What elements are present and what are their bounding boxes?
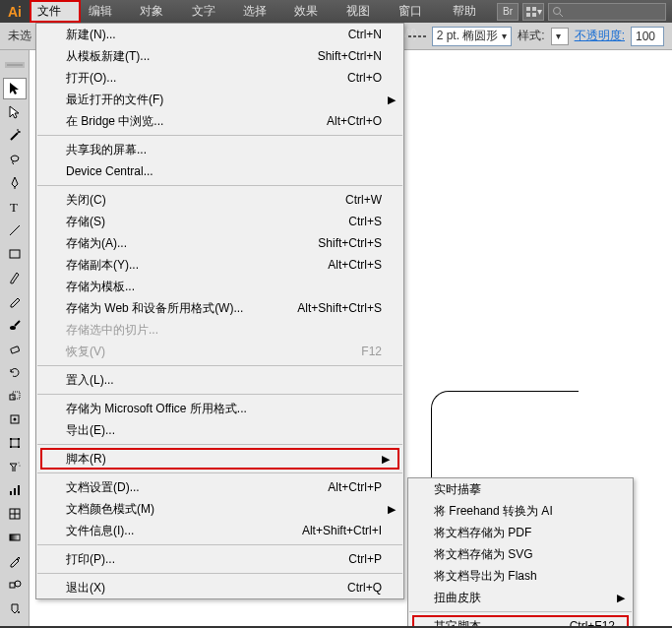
menu-item-label: 存储为(A)... — [66, 235, 127, 252]
opacity-field[interactable]: 100 — [631, 27, 664, 46]
script-submenu-item-4[interactable]: 将文档导出为 Flash — [408, 565, 633, 587]
menu-item-label: 从模板新建(T)... — [66, 48, 150, 65]
magic-wand-tool[interactable] — [3, 125, 27, 147]
file-menu-item-27[interactable]: 文件信息(I)...Alt+Shift+Ctrl+I — [36, 520, 403, 541]
svg-point-28 — [18, 463, 19, 464]
file-menu-item-3[interactable]: 最近打开的文件(F)▶ — [36, 89, 403, 110]
menu-object[interactable]: 对象(O) — [132, 0, 185, 23]
script-submenu-item-1[interactable]: 将 Freehand 转换为 AI — [408, 500, 633, 522]
menu-item-label: 导出(E)... — [66, 422, 115, 439]
menu-help[interactable]: 帮助(H) — [445, 0, 497, 23]
stroke-profile-field[interactable]: 2 pt. 椭圆形 — [432, 27, 513, 46]
line-tool[interactable] — [3, 220, 27, 241]
script-submenu-item-5[interactable]: 扭曲皮肤▶ — [408, 587, 633, 608]
mesh-tool[interactable] — [3, 503, 27, 525]
pen-tool[interactable] — [3, 172, 27, 194]
menu-window[interactable]: 窗口(W) — [391, 0, 445, 23]
file-menu-item-1[interactable]: 从模板新建(T)...Shift+Ctrl+N — [36, 45, 403, 67]
menu-item-label: 存储为 Web 和设备所用格式(W)... — [66, 300, 243, 317]
file-menu-item-2[interactable]: 打开(O)...Ctrl+O — [36, 67, 403, 89]
menu-item-shortcut: Alt+Ctrl+P — [328, 480, 382, 494]
menu-text[interactable]: 文字(T) — [184, 0, 235, 23]
menu-edit[interactable]: 编辑(E) — [81, 0, 132, 23]
menu-item-shortcut: Alt+Shift+Ctrl+S — [297, 301, 382, 315]
file-menu-item-0[interactable]: 新建(N)...Ctrl+N — [36, 24, 403, 45]
menu-view[interactable]: 视图(V) — [338, 0, 390, 23]
pencil-tool[interactable] — [3, 290, 27, 312]
file-menu-item-31[interactable]: 退出(X)Ctrl+Q — [36, 577, 403, 598]
file-menu-item-6[interactable]: 共享我的屏幕... — [36, 139, 403, 160]
paintbrush-tool[interactable] — [3, 267, 27, 288]
scale-tool[interactable] — [3, 385, 27, 407]
warp-tool[interactable] — [3, 408, 27, 430]
menu-item-label: 打印(P)... — [66, 551, 115, 568]
script-submenu-item-3[interactable]: 将文档存储为 SVG — [408, 543, 633, 565]
menu-item-shortcut: Alt+Shift+Ctrl+I — [302, 524, 382, 537]
menu-item-shortcut: Ctrl+O — [347, 71, 382, 85]
file-menu-item-21[interactable]: 导出(E)... — [36, 419, 403, 441]
menu-item-shortcut: Ctrl+P — [348, 552, 382, 566]
file-menu-item-16: 恢复(V)F12 — [36, 341, 403, 362]
file-menu-item-11[interactable]: 存储为(A)...Shift+Ctrl+S — [36, 232, 403, 254]
graphic-style-swatch[interactable] — [551, 28, 569, 45]
menu-item-shortcut: Alt+Ctrl+S — [328, 258, 382, 272]
opacity-label[interactable]: 不透明度: — [575, 28, 625, 44]
type-tool[interactable]: T — [3, 196, 27, 218]
rotate-tool[interactable] — [3, 361, 27, 383]
svg-point-22 — [13, 418, 16, 421]
svg-rect-1 — [532, 7, 536, 11]
gradient-tool[interactable] — [3, 527, 27, 548]
live-paint-tool[interactable] — [3, 597, 27, 619]
svg-rect-26 — [10, 446, 12, 448]
menu-item-label: 新建(N)... — [66, 27, 116, 43]
file-menu-item-20[interactable]: 存储为 Microsoft Office 所用格式... — [36, 398, 403, 419]
file-menu-item-18[interactable]: 置入(L)... — [36, 369, 403, 391]
menu-item-label: 扭曲皮肤 — [434, 590, 481, 606]
menu-item-label: 脚本(R) — [66, 451, 106, 468]
script-submenu-item-0[interactable]: 实时描摹 — [408, 478, 633, 500]
menu-item-shortcut: Ctrl+Q — [347, 581, 382, 595]
bridge-button[interactable]: Br — [497, 3, 519, 21]
blob-brush-tool[interactable] — [3, 314, 27, 336]
menu-item-label: 将文档存储为 PDF — [434, 525, 531, 541]
file-menu-item-25[interactable]: 文档设置(D)...Alt+Ctrl+P — [36, 476, 403, 498]
app-logo: Ai — [0, 0, 30, 23]
script-submenu-item-2[interactable]: 将文档存储为 PDF — [408, 522, 633, 543]
app-header: Ai 文件(F) 编辑(E) 对象(O) 文字(T) 选择(S) 效果(C) 视… — [0, 0, 672, 23]
file-menu-item-15: 存储选中的切片... — [36, 319, 403, 341]
symbol-sprayer-tool[interactable] — [3, 456, 27, 477]
svg-rect-15 — [10, 250, 20, 258]
direct-selection-tool[interactable] — [3, 101, 27, 123]
blend-tool[interactable] — [3, 574, 27, 596]
file-menu-item-9[interactable]: 关闭(C)Ctrl+W — [36, 189, 403, 211]
file-menu-item-14[interactable]: 存储为 Web 和设备所用格式(W)...Alt+Shift+Ctrl+S — [36, 297, 403, 319]
tool-tab-handle[interactable] — [3, 54, 27, 76]
file-menu-item-7[interactable]: Device Central... — [36, 160, 403, 182]
file-menu-item-23[interactable]: 脚本(R)▶ — [40, 448, 399, 470]
file-menu-item-12[interactable]: 存储副本(Y)...Alt+Ctrl+S — [36, 254, 403, 276]
file-menu-item-13[interactable]: 存储为模板... — [36, 276, 403, 297]
menu-effect[interactable]: 效果(C) — [286, 0, 338, 23]
file-menu-item-10[interactable]: 存储(S)Ctrl+S — [36, 211, 403, 232]
rectangle-tool[interactable] — [3, 243, 27, 265]
graph-tool[interactable] — [3, 479, 27, 501]
selection-tool[interactable] — [3, 78, 27, 99]
menu-item-label: 文档颜色模式(M) — [66, 501, 154, 518]
file-menu-separator — [37, 135, 402, 136]
file-menu-item-4[interactable]: 在 Bridge 中浏览...Alt+Ctrl+O — [36, 110, 403, 132]
eraser-tool[interactable] — [3, 338, 27, 359]
stroke-dash-icon — [408, 31, 426, 42]
lasso-tool[interactable] — [3, 149, 27, 170]
free-transform-tool[interactable] — [3, 432, 27, 454]
header-search[interactable] — [548, 3, 666, 21]
workspace-button[interactable]: ▾ — [522, 3, 544, 21]
menu-file[interactable]: 文件(F) — [30, 0, 81, 23]
menu-select[interactable]: 选择(S) — [235, 0, 286, 23]
file-menu-item-26[interactable]: 文档颜色模式(M)▶ — [36, 498, 403, 520]
menu-item-shortcut: Shift+Ctrl+S — [318, 236, 382, 250]
file-menu-item-29[interactable]: 打印(P)...Ctrl+P — [36, 548, 403, 570]
file-menu-separator — [37, 573, 402, 574]
eyedropper-tool[interactable] — [3, 550, 27, 572]
svg-line-14 — [10, 225, 20, 235]
svg-rect-3 — [532, 13, 536, 17]
